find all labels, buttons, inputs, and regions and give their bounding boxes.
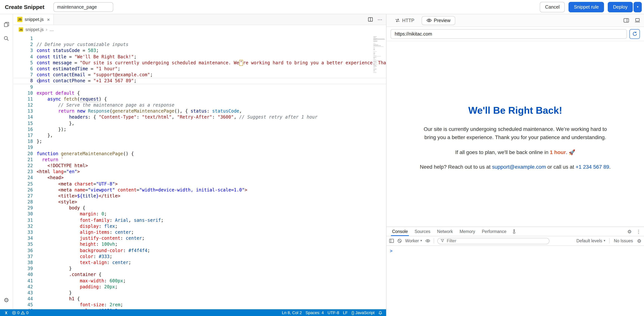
code-line[interactable]: 16 }); (14, 126, 386, 132)
snippets-icon[interactable] (0, 17, 13, 32)
breadcrumb-file[interactable]: snippet.js (26, 27, 44, 32)
phone-link[interactable]: +1 234 567 89 (576, 164, 609, 170)
code-line[interactable]: 22 <!DOCTYPE html> (14, 163, 386, 169)
console-sidebar-icon[interactable] (389, 239, 394, 243)
code-line[interactable]: 19 (14, 145, 386, 151)
encoding-setting[interactable]: UTF-8 (326, 310, 341, 315)
close-icon[interactable]: × (47, 17, 50, 22)
snippet-name-input[interactable] (54, 2, 113, 12)
issues-counter[interactable]: No Issues (614, 239, 633, 243)
code-line[interactable]: 3const statusCode = 503; (14, 48, 386, 54)
code-line[interactable]: 15 }, (14, 120, 386, 126)
split-editor-icon[interactable] (368, 17, 373, 22)
code-line[interactable]: 11 async fetch(request) { (14, 96, 386, 102)
code-line[interactable]: 32 display: flex; (14, 223, 386, 229)
cursor-position[interactable]: Ln 8, Col 2 (280, 310, 304, 315)
devtools-tab-console[interactable]: Console (389, 227, 411, 236)
code-line[interactable]: 21 return ` (14, 157, 386, 163)
eol-setting[interactable]: LF (341, 310, 350, 315)
code-line[interactable]: 14 headers: { "Content-Type": "text/html… (14, 114, 386, 120)
line-content: height: 100vh; (37, 241, 386, 247)
minimap[interactable] (374, 36, 384, 80)
devtools-settings-gear-icon[interactable]: ⚙ (627, 229, 632, 234)
flask-icon[interactable] (510, 229, 518, 234)
divider (434, 238, 434, 243)
code-line[interactable]: 18}; (14, 138, 386, 144)
code-line[interactable]: 26 <meta name="viewport" content="width=… (14, 187, 386, 193)
code-line[interactable]: 10export default { (14, 90, 386, 96)
code-line[interactable]: 29 body { (14, 205, 386, 211)
device-preview-icon[interactable] (635, 18, 640, 23)
code-line[interactable]: 17 }, (14, 132, 386, 138)
deploy-button[interactable]: Deploy (608, 2, 633, 12)
breadcrumb-more[interactable]: … (50, 27, 54, 32)
code-line[interactable]: 36 background-color: #f4f4f4; (14, 247, 386, 253)
live-expression-eye-icon[interactable] (425, 239, 430, 243)
code-line[interactable]: 28 <style> (14, 199, 386, 205)
cancel-button[interactable]: Cancel (540, 2, 565, 12)
more-actions-icon[interactable]: ⋯ (378, 17, 382, 22)
console-output[interactable]: > (386, 246, 644, 256)
devtools-tab-sources[interactable]: Sources (411, 227, 434, 236)
code-line[interactable]: 5const message = "Our site is currently … (14, 60, 386, 66)
settings-gear-icon[interactable]: ⚙ (0, 293, 13, 307)
code-line[interactable]: 1 (14, 36, 386, 42)
refresh-button[interactable] (630, 29, 640, 39)
devtools-tab-network[interactable]: Network (434, 227, 456, 236)
code-line[interactable]: 38 text-align: center; (14, 259, 386, 265)
code-line[interactable]: 4const title = "We'll Be Right Back!"; (14, 54, 386, 60)
devtools-tab-memory[interactable]: Memory (456, 227, 478, 236)
code-line[interactable]: 33 align-items: center; (14, 229, 386, 235)
line-number: 42 (14, 284, 33, 290)
console-settings-gear-icon[interactable]: ⚙ (637, 238, 642, 244)
panel-layout-icon[interactable] (624, 18, 629, 23)
language-mode[interactable]: {}JavaScript (350, 310, 376, 315)
js-context-selector[interactable]: Worker▾ (405, 239, 422, 243)
notifications-bell-icon[interactable] (376, 310, 384, 315)
code-line[interactable]: 12 // Serve the maintenance page as a re… (14, 102, 386, 108)
snippet-rule-button[interactable]: Snippet rule (569, 2, 604, 12)
code-line[interactable]: 45 font-size: 2rem; (14, 302, 386, 308)
code-line[interactable]: 43 } (14, 290, 386, 296)
email-link[interactable]: support@example.com (492, 164, 546, 170)
code-line[interactable]: 24 <head> (14, 175, 386, 181)
search-icon[interactable] (0, 32, 13, 46)
code-line[interactable]: 9 (14, 84, 386, 90)
code-line[interactable]: 42 padding: 20px; (14, 284, 386, 290)
problems-indicator[interactable]: 0 0 (10, 310, 30, 315)
code-line[interactable]: 8const contactPhone = "+1 234 567 89"; (14, 78, 386, 84)
code-line[interactable]: 20function generateMaintenancePage() { (14, 151, 386, 157)
devtools-tab-performance[interactable]: Performance (478, 227, 510, 236)
breadcrumb[interactable]: JS snippet.js › … (14, 25, 386, 34)
tab-http[interactable]: HTTP (390, 16, 419, 25)
devtools-menu-icon[interactable]: ⋮ (636, 229, 641, 234)
code-line[interactable]: 25 <meta charset="UTF-8"> (14, 181, 386, 187)
code-line[interactable]: 46 color: #0051c3; (14, 308, 386, 309)
code-line[interactable]: 27 <title>${title}</title> (14, 193, 386, 199)
tab-snippet-js[interactable]: JS snippet.js × (14, 14, 54, 25)
deploy-dropdown-button[interactable]: ▾ (634, 2, 642, 12)
code-line[interactable]: 2// Define your customizable inputs (14, 42, 386, 48)
code-line[interactable]: 23<html lang="en"> (14, 169, 386, 175)
code-editor[interactable]: 12// Define your customizable inputs3con… (14, 34, 386, 309)
code-line[interactable]: 7const contactEmail = "support@example.c… (14, 72, 386, 78)
code-line[interactable]: 37 color: #333; (14, 253, 386, 259)
filter-input[interactable] (446, 238, 546, 243)
code-line[interactable]: 6const estimatedTime = "1 hour"; (14, 66, 386, 72)
code-line[interactable]: 13 return new Response(generateMaintenan… (14, 108, 386, 114)
console-prompt[interactable]: > (390, 248, 392, 253)
code-line[interactable]: 41 max-width: 600px; (14, 278, 386, 284)
code-line[interactable]: 39 } (14, 265, 386, 271)
code-line[interactable]: 44 h1 { (14, 296, 386, 302)
code-line[interactable]: 35 height: 100vh; (14, 241, 386, 247)
url-input[interactable] (390, 29, 627, 39)
code-line[interactable]: 34 justify-content: center; (14, 235, 386, 241)
code-line[interactable]: 40 .container { (14, 272, 386, 278)
code-line[interactable]: 30 margin: 0; (14, 211, 386, 217)
clear-console-icon[interactable] (397, 239, 402, 243)
remote-indicator-icon[interactable] (2, 310, 10, 315)
indentation-setting[interactable]: Spaces: 4 (304, 310, 326, 315)
tab-preview[interactable]: Preview (422, 16, 455, 25)
log-levels-dropdown[interactable]: Default levels▾ (576, 239, 605, 243)
code-line[interactable]: 31 font-family: Arial, sans-serif; (14, 217, 386, 223)
